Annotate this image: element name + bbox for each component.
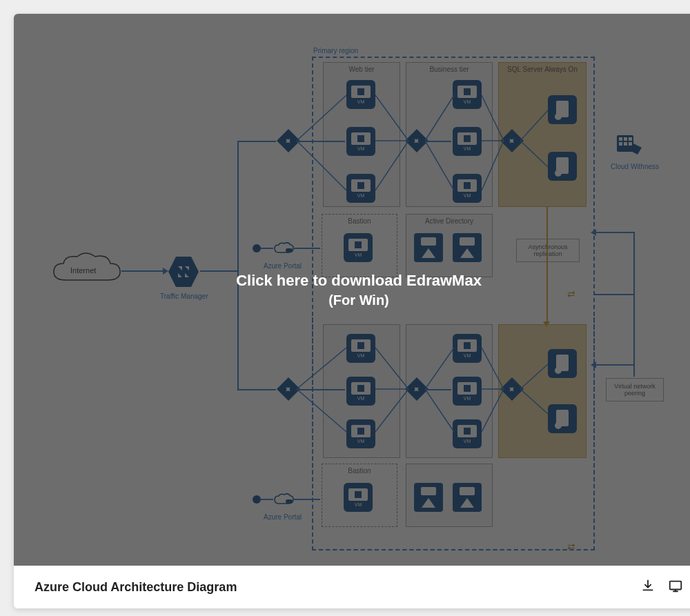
overlay-line2: (For Win) [328, 292, 389, 308]
download-overlay[interactable]: Click here to download EdrawMax (For Win… [14, 14, 690, 566]
download-icon[interactable] [640, 578, 656, 596]
svg-rect-10 [670, 582, 682, 590]
fullscreen-icon[interactable] [668, 578, 683, 596]
diagram-card: Primary region Web tier Business tier SQ… [14, 14, 690, 608]
diagram-canvas: Primary region Web tier Business tier SQ… [14, 14, 690, 566]
overlay-line1: Click here to download EdrawMax [236, 272, 482, 290]
footer-bar: Azure Cloud Architecture Diagram [14, 566, 690, 608]
diagram-title: Azure Cloud Architecture Diagram [34, 580, 237, 595]
